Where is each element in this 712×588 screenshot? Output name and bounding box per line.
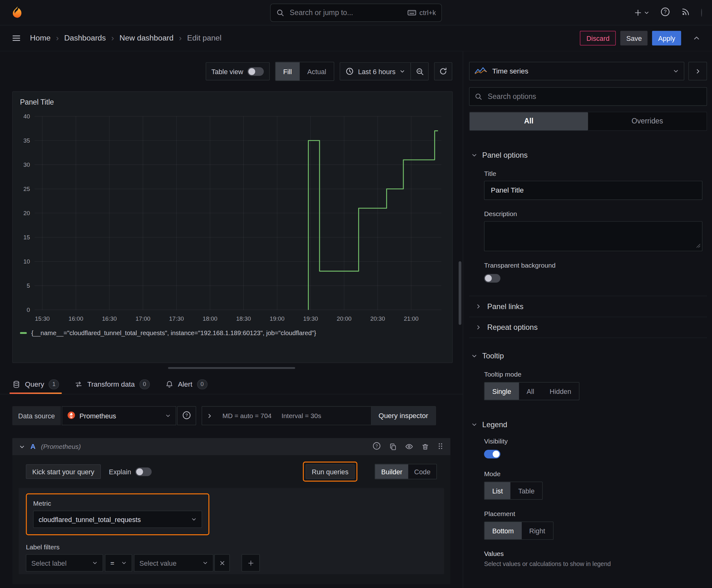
news-button[interactable] xyxy=(681,7,690,18)
all-overrides-segment: All Overrides xyxy=(469,112,707,131)
datasource-help-button[interactable]: ? xyxy=(177,406,196,425)
prometheus-logo-icon xyxy=(67,411,75,420)
fill-option[interactable]: Fill xyxy=(275,62,300,80)
search-icon xyxy=(276,8,284,17)
legend-section-header[interactable]: Legend xyxy=(471,420,707,429)
grafana-logo-icon[interactable] xyxy=(10,5,24,19)
tab-overrides[interactable]: Overrides xyxy=(588,112,707,130)
panel-preview: Panel Title 15:3016:0016:3017:0017:3018:… xyxy=(12,91,453,363)
save-button[interactable]: Save xyxy=(620,31,648,45)
query-inspector-button[interactable]: Query inspector xyxy=(371,407,435,425)
tab-alert[interactable]: Alert 0 xyxy=(165,374,207,394)
kick-start-query-button[interactable]: Kick start your query xyxy=(26,464,101,479)
chevron-right-icon xyxy=(475,303,481,309)
query-help-button[interactable]: ? xyxy=(372,442,381,452)
chevron-down-icon xyxy=(673,68,679,74)
time-range-picker[interactable]: Last 6 hours xyxy=(340,62,411,80)
visualization-picker[interactable]: Time series xyxy=(469,62,684,80)
zoom-out-button[interactable] xyxy=(411,62,429,80)
left-pane-scrollbar[interactable] xyxy=(459,261,461,325)
tab-all[interactable]: All xyxy=(470,112,588,130)
timeseries-mini-chart-icon xyxy=(475,67,488,76)
hide-query-button[interactable] xyxy=(405,443,413,451)
tab-transform-data[interactable]: Transform data 0 xyxy=(75,374,150,394)
tooltip-section-header[interactable]: Tooltip xyxy=(471,352,707,360)
remove-filter-button[interactable] xyxy=(214,554,230,572)
panel-links-section-header[interactable]: Panel links xyxy=(469,296,707,317)
builder-option[interactable]: Builder xyxy=(375,464,408,479)
explain-control: Explain xyxy=(109,467,152,476)
drag-query-handle[interactable] xyxy=(437,442,444,451)
transparent-background-toggle[interactable] xyxy=(484,274,500,282)
options-search-input[interactable] xyxy=(487,92,702,101)
repeat-options-section-header[interactable]: Repeat options xyxy=(469,317,707,338)
metric-select[interactable]: cloudflared_tunnel_total_requests xyxy=(33,511,202,528)
duplicate-query-button[interactable] xyxy=(389,443,397,451)
resize-corner-icon[interactable] xyxy=(696,242,700,249)
query-row-header[interactable]: A (Prometheus) ? xyxy=(12,438,451,455)
alert-count-badge: 0 xyxy=(197,379,207,389)
global-search-input[interactable] xyxy=(289,8,403,17)
discard-button[interactable]: Discard xyxy=(580,31,616,45)
help-circle-icon: ? xyxy=(660,11,670,18)
legend-placement-bottom[interactable]: Bottom xyxy=(484,522,521,539)
description-label: Description xyxy=(484,210,703,218)
chevron-down-icon[interactable] xyxy=(19,443,25,449)
add-filter-button[interactable] xyxy=(241,554,260,572)
operator-dropdown[interactable]: = xyxy=(105,554,132,572)
chevron-up-icon xyxy=(693,35,700,42)
run-queries-highlight: Run queries xyxy=(303,462,358,482)
select-label-dropdown[interactable]: Select label xyxy=(26,554,103,572)
datasource-picker[interactable]: Prometheus xyxy=(62,406,176,425)
legend-series-swatch[interactable] xyxy=(20,332,27,334)
grafana-edit-panel-page: ctrl+k ? Home › Dashboards › xyxy=(0,0,712,588)
panel-resize-handle[interactable] xyxy=(168,367,295,369)
bell-icon xyxy=(165,380,173,388)
options-search[interactable] xyxy=(469,87,707,106)
run-queries-button[interactable]: Run queries xyxy=(305,464,355,479)
breadcrumb: Home › Dashboards › New dashboard › Edit… xyxy=(30,33,221,43)
legend-visibility-toggle[interactable] xyxy=(484,450,500,458)
global-search[interactable]: ctrl+k xyxy=(270,3,442,22)
legend-placement-segment: Bottom Right xyxy=(484,521,554,540)
chevron-right-icon[interactable] xyxy=(207,413,213,419)
legend-mode-list[interactable]: List xyxy=(484,482,511,499)
tooltip-mode-all[interactable]: All xyxy=(519,383,542,400)
help-button[interactable]: ? xyxy=(660,7,670,18)
actual-option[interactable]: Actual xyxy=(300,62,334,80)
explain-toggle[interactable] xyxy=(135,467,152,476)
refresh-button[interactable] xyxy=(434,62,452,80)
delete-query-button[interactable] xyxy=(421,443,429,451)
collapse-header-button[interactable] xyxy=(690,32,703,44)
legend-mode-table[interactable]: Table xyxy=(511,482,542,499)
select-value-dropdown[interactable]: Select value xyxy=(134,554,214,572)
breadcrumb-dashboards[interactable]: Dashboards xyxy=(64,34,106,43)
query-ref-id: A xyxy=(30,443,36,451)
breadcrumb-new-dashboard[interactable]: New dashboard xyxy=(119,34,173,43)
builder-code-segment: Builder Code xyxy=(375,464,437,479)
svg-text:?: ? xyxy=(185,413,188,418)
tab-query[interactable]: Query 1 xyxy=(12,374,59,394)
description-field[interactable] xyxy=(484,221,703,251)
legend-placement-right[interactable]: Right xyxy=(521,522,553,539)
panel-options-section-header[interactable]: Panel options xyxy=(471,151,707,159)
apply-button[interactable]: Apply xyxy=(652,31,681,45)
breadcrumb-separator: › xyxy=(56,33,59,43)
table-view-toggle[interactable] xyxy=(247,67,264,76)
new-dropdown-button[interactable] xyxy=(634,8,649,17)
menu-toggle-button[interactable] xyxy=(9,31,24,45)
tooltip-mode-label: Tooltip mode xyxy=(484,371,703,378)
user-avatar[interactable] xyxy=(701,9,702,16)
legend-series-label[interactable]: {__name__="cloudflared_tunnel_total_requ… xyxy=(31,330,316,337)
panel-title-input[interactable] xyxy=(490,186,697,195)
breadcrumb-home[interactable]: Home xyxy=(30,34,50,43)
code-option[interactable]: Code xyxy=(408,464,436,479)
tooltip-mode-single[interactable]: Single xyxy=(484,383,519,400)
tooltip-mode-hidden[interactable]: Hidden xyxy=(542,383,579,400)
datasource-row: Data source Prometheus ? MD = auto = 704… xyxy=(12,406,436,425)
plus-icon xyxy=(247,560,254,566)
collapse-options-pane-button[interactable] xyxy=(688,62,707,80)
panel-title[interactable]: Panel Title xyxy=(20,97,445,110)
interval-summary: Interval = 30s xyxy=(282,412,321,419)
chevron-down-icon xyxy=(644,10,649,15)
